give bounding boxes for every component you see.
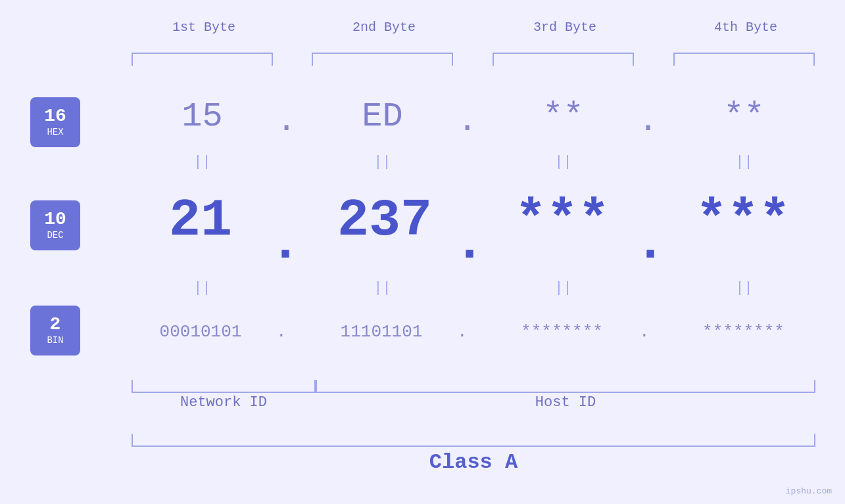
dec-badge-label: DEC: [47, 230, 63, 241]
bracket-top-col4: [673, 53, 815, 66]
dec-dot-2: .: [454, 214, 485, 273]
bin-badge: 2 BIN: [30, 306, 80, 355]
bracket-host: [316, 380, 815, 393]
bin-val-col1: 00010101: [128, 322, 273, 342]
hex-dot-3: .: [638, 102, 658, 141]
hex-val-col1: 15: [132, 97, 273, 136]
host-id-label: Host ID: [316, 394, 815, 411]
bin-val-col2: 11101101: [309, 322, 454, 342]
main-container: 16 HEX 10 DEC 2 BIN 1st Byte 2nd Byte 3r…: [0, 0, 845, 504]
equals-hex-dec-4: ||: [673, 155, 815, 170]
equals-dec-bin-2: ||: [312, 281, 453, 296]
col1-header: 1st Byte: [132, 20, 276, 35]
hex-badge: 16 HEX: [30, 97, 80, 147]
hex-dot-1: .: [276, 102, 297, 141]
equals-dec-bin-1: ||: [132, 281, 273, 296]
bracket-top-col3: [493, 53, 634, 66]
dec-val-col2: 237: [302, 191, 467, 250]
equals-hex-dec-2: ||: [312, 155, 453, 170]
bin-val-col4: ********: [669, 322, 817, 342]
watermark: ipshu.com: [786, 486, 832, 496]
hex-val-col2: ED: [312, 97, 453, 136]
equals-dec-bin-4: ||: [673, 281, 815, 296]
bracket-top-col2: [312, 53, 453, 66]
dec-val-col4: ***: [667, 191, 819, 250]
bin-badge-num: 2: [50, 315, 61, 334]
hex-val-col4: **: [673, 97, 815, 136]
hex-val-col3: **: [493, 97, 634, 136]
dec-badge: 10 DEC: [30, 200, 80, 250]
dec-dot-1: .: [270, 214, 301, 273]
bin-dot-3: .: [639, 322, 650, 342]
bracket-top-col1: [132, 53, 273, 66]
bin-dot-1: .: [276, 322, 287, 342]
dec-badge-num: 10: [44, 210, 66, 229]
col4-header: 4th Byte: [673, 20, 818, 35]
class-a-label: Class A: [132, 450, 815, 474]
equals-hex-dec-3: ||: [493, 155, 634, 170]
bracket-class: [132, 434, 815, 447]
bin-val-col3: ********: [488, 322, 636, 342]
col2-header: 2nd Byte: [312, 20, 456, 35]
hex-badge-label: HEX: [47, 127, 63, 137]
hex-badge-num: 16: [44, 107, 66, 126]
bin-badge-label: BIN: [47, 335, 63, 346]
network-id-label: Network ID: [132, 394, 316, 411]
equals-hex-dec-1: ||: [132, 155, 273, 170]
col3-header: 3rd Byte: [493, 20, 637, 35]
dec-val-col3: ***: [487, 191, 638, 250]
bracket-network: [132, 380, 316, 393]
dec-val-col1: 21: [122, 191, 279, 250]
bin-dot-2: .: [457, 322, 468, 342]
equals-dec-bin-3: ||: [493, 281, 634, 296]
hex-dot-2: .: [457, 102, 477, 141]
dec-dot-3: .: [635, 214, 666, 273]
